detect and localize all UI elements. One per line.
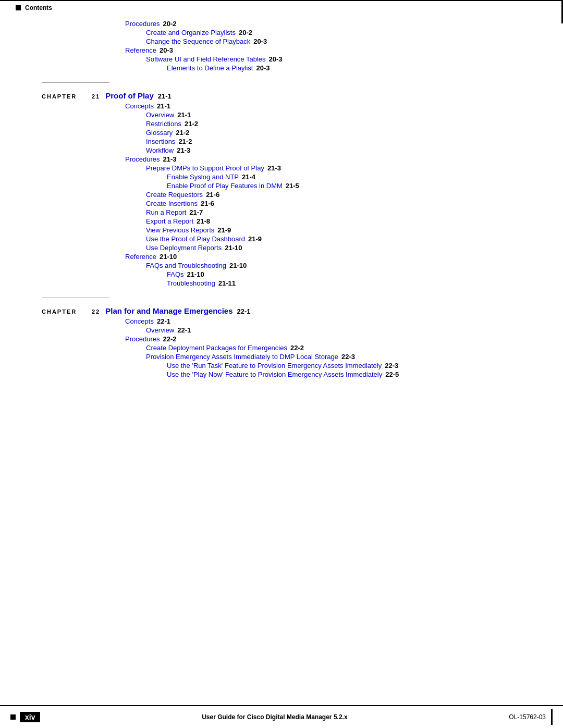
- page-container: Contents Procedures20-2Create and Organi…: [0, 0, 563, 728]
- toc-link[interactable]: Insertions: [146, 138, 175, 145]
- toc-link[interactable]: Reference: [125, 46, 156, 54]
- toc-page-number: 21-6: [201, 200, 214, 207]
- toc-section-ch22: CHAPTER 22Plan for and Manage Emergencie…: [42, 298, 521, 378]
- top-bar: Contents: [0, 0, 563, 15]
- toc-link[interactable]: Reference: [125, 253, 156, 261]
- toc-link[interactable]: Troubleshooting: [167, 279, 215, 287]
- toc-link[interactable]: Change the Sequence of Playback: [146, 38, 250, 45]
- toc-entry: Run a Report21-7: [146, 208, 521, 216]
- toc-link[interactable]: Create Requestors: [146, 191, 203, 199]
- toc-page-number: 22-1: [157, 317, 170, 325]
- toc-page-number: 22-1: [177, 326, 191, 334]
- toc-entry: Software UI and Field Reference Tables20…: [146, 55, 521, 63]
- toc-link[interactable]: Use the Proof of Play Dashboard: [146, 235, 245, 243]
- toc-entry: Elements to Define a Playlist20-3: [167, 64, 521, 72]
- toc-entry: Use the 'Run Task' Feature to Provision …: [167, 362, 521, 369]
- top-bar-square-icon: [16, 5, 21, 10]
- toc-link[interactable]: Use the 'Run Task' Feature to Provision …: [167, 362, 382, 369]
- toc-page-number: 22-2: [290, 344, 304, 352]
- toc-entry: Create and Organize Playlists20-2: [146, 29, 521, 36]
- toc-page-number: 21-3: [177, 146, 190, 154]
- toc-link[interactable]: Create Insertions: [146, 200, 198, 207]
- toc-page-number: 22-2: [163, 335, 176, 343]
- toc-link[interactable]: Elements to Define a Playlist: [167, 64, 253, 72]
- toc-link[interactable]: Overview: [146, 111, 174, 119]
- chapter-number: 21: [92, 93, 100, 100]
- toc-link[interactable]: Concepts: [125, 102, 154, 110]
- toc-link[interactable]: Procedures: [125, 155, 160, 163]
- toc-link[interactable]: Run a Report: [146, 208, 186, 216]
- toc-page-number: 21-10: [229, 262, 247, 269]
- chapter-number: 22: [92, 309, 100, 315]
- toc-page-number: 21-9: [217, 226, 231, 234]
- toc-page-number: 22-3: [385, 362, 398, 369]
- toc-page-number: 21-4: [242, 173, 255, 181]
- toc-entry: View Previous Reports21-9: [146, 226, 521, 234]
- toc-page-number: 21-2: [185, 120, 198, 128]
- toc-link[interactable]: Create and Organize Playlists: [146, 29, 236, 36]
- toc-page-number: 20-2: [239, 29, 252, 36]
- toc-entry: Reference21-10: [125, 253, 521, 261]
- toc-link[interactable]: Use Deployment Reports: [146, 244, 222, 252]
- chapter-page: 21-1: [158, 92, 172, 100]
- footer-doc-title: User Guide for Cisco Digital Media Manag…: [40, 713, 509, 721]
- toc-content: Procedures20-2Create and Organize Playli…: [0, 15, 563, 430]
- toc-link[interactable]: Procedures: [125, 20, 160, 28]
- footer-left: xiv: [10, 712, 40, 722]
- toc-entry: Use the Proof of Play Dashboard21-9: [146, 235, 521, 243]
- toc-link[interactable]: Enable Syslog and NTP: [167, 173, 239, 181]
- toc-link[interactable]: Prepare DMPs to Support Proof of Play: [146, 164, 264, 172]
- toc-entry: FAQs21-10: [167, 270, 521, 278]
- toc-entry: Change the Sequence of Playback20-3: [146, 38, 521, 45]
- toc-page-number: 21-10: [160, 253, 177, 261]
- toc-entry: Enable Syslog and NTP21-4: [167, 173, 521, 181]
- toc-entry: Create Requestors21-6: [146, 191, 521, 199]
- chapter-row-ch22: CHAPTER 22Plan for and Manage Emergencie…: [42, 301, 521, 315]
- toc-link[interactable]: Procedures: [125, 335, 160, 343]
- toc-entry: Create Insertions21-6: [146, 200, 521, 207]
- toc-page-number: 20-3: [253, 38, 267, 45]
- chapter-divider: [42, 82, 109, 83]
- toc-page-number: 21-3: [267, 164, 281, 172]
- toc-link[interactable]: Use the 'Play Now' Feature to Provision …: [167, 371, 382, 378]
- toc-link[interactable]: Provision Emergency Assets Immediately t…: [146, 353, 338, 361]
- toc-page-number: 22-3: [341, 353, 355, 361]
- chapter-title[interactable]: Proof of Play: [105, 91, 154, 100]
- toc-entry: Use Deployment Reports21-10: [146, 244, 521, 252]
- footer-doc-number: OL-15762-03: [509, 709, 553, 725]
- toc-link[interactable]: FAQs: [167, 270, 184, 278]
- toc-link[interactable]: Overview: [146, 326, 174, 334]
- toc-link[interactable]: FAQs and Troubleshooting: [146, 262, 226, 269]
- chapter-title[interactable]: Plan for and Manage Emergencies: [105, 306, 232, 315]
- toc-link[interactable]: Export a Report: [146, 217, 193, 225]
- toc-link[interactable]: Enable Proof of Play Features in DMM: [167, 182, 283, 190]
- toc-page-number: 21-9: [248, 235, 262, 243]
- toc-link[interactable]: Workflow: [146, 146, 174, 154]
- toc-page-number: 20-3: [256, 64, 270, 72]
- toc-page-number: 21-1: [177, 111, 191, 119]
- toc-link[interactable]: Create Deployment Packages for Emergenci…: [146, 344, 287, 352]
- toc-page-number: 21-6: [206, 191, 219, 199]
- toc-entry: Procedures20-2: [125, 20, 521, 28]
- toc-link[interactable]: Software UI and Field Reference Tables: [146, 55, 266, 63]
- toc-entry: Overview21-1: [146, 111, 521, 119]
- toc-entry: Overview22-1: [146, 326, 521, 334]
- footer-right-line: [551, 709, 553, 725]
- toc-entry: Use the 'Play Now' Feature to Provision …: [167, 371, 521, 378]
- toc-page-number: 21-7: [189, 208, 203, 216]
- toc-entry: Reference20-3: [125, 46, 521, 54]
- toc-link[interactable]: Glossary: [146, 129, 173, 137]
- chapter-page: 22-1: [237, 307, 251, 315]
- toc-page-number: 20-3: [269, 55, 283, 63]
- chapter-row-ch21: CHAPTER 21Proof of Play21-1: [42, 86, 521, 100]
- toc-link[interactable]: Restrictions: [146, 120, 181, 128]
- toc-entry: Glossary21-2: [146, 129, 521, 137]
- toc-entry: Concepts22-1: [125, 317, 521, 325]
- toc-entry: Prepare DMPs to Support Proof of Play21-…: [146, 164, 521, 172]
- toc-entry: Concepts21-1: [125, 102, 521, 110]
- toc-entry: FAQs and Troubleshooting21-10: [146, 262, 521, 269]
- toc-page-number: 21-2: [176, 129, 189, 137]
- toc-link[interactable]: Concepts: [125, 317, 154, 325]
- toc-page-number: 21-2: [178, 138, 192, 145]
- toc-link[interactable]: View Previous Reports: [146, 226, 214, 234]
